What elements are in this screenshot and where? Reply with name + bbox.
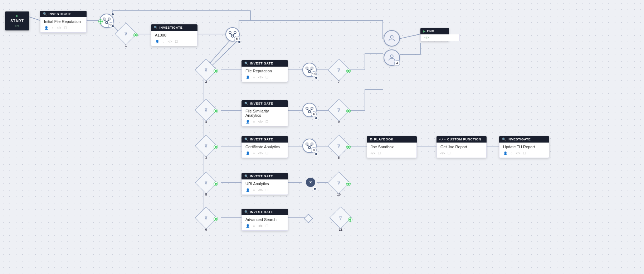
investigate-header-a1000: INVESTIGATE	[160, 26, 183, 29]
magnify-icon-cert: 🔍	[244, 138, 249, 141]
filter-1-label: 1	[125, 44, 127, 47]
magnify-icon-a1000: 🔍	[154, 26, 158, 29]
person-icon-a1000: 👤	[155, 39, 159, 44]
codi-upd: </>	[516, 151, 520, 155]
filter-icon-5: ⊽	[204, 180, 208, 186]
magnify-icon-adv: 🔍	[244, 210, 249, 214]
dot-f5-out	[214, 182, 218, 186]
magnify-icon-fsim: 🔍	[244, 102, 249, 105]
dot-f7-out	[347, 69, 350, 73]
end-label: END	[427, 29, 435, 33]
svg-point-10	[390, 35, 393, 38]
svg-point-6	[234, 32, 236, 34]
svg-point-1	[108, 18, 110, 20]
codi-cert: </>	[258, 151, 263, 155]
dot-f2-out	[214, 69, 218, 73]
svg-line-4	[107, 20, 109, 21]
magnify-icon-uri: 🔍	[244, 174, 249, 178]
di-joe: ☐	[377, 151, 381, 155]
svg-point-11	[390, 55, 393, 58]
dot-b8-out	[314, 152, 318, 156]
codi-uri: </>	[258, 188, 263, 192]
f7-num: 7	[338, 80, 340, 83]
dot-f9-out	[347, 109, 350, 113]
header-update: INVESTIGATE	[508, 138, 531, 141]
f10-num: 10	[337, 193, 341, 196]
di-uri: ☐	[265, 188, 269, 192]
person-circle-1	[384, 30, 400, 47]
clock-icon-1: ○	[50, 26, 55, 30]
initial-file-rep-label: Initial File Reputation	[44, 19, 83, 24]
svg-point-24	[308, 146, 311, 149]
ci-fsim: ○	[252, 120, 256, 124]
end-code: </>	[424, 36, 456, 39]
node-joe-sandbox: ⚙ PLAYBOOK Joe Sandbox </> ☐	[367, 136, 417, 158]
svg-point-23	[311, 143, 313, 145]
svg-point-0	[103, 18, 105, 20]
filter-diamond-5: ⊽ 5	[198, 175, 214, 191]
clock-icon-a1000: ○	[161, 39, 166, 44]
node-update-th: 🔍 INVESTIGATE Update TH Report 👤 ○ </> ☐	[499, 136, 549, 158]
ci-uri: ○	[252, 188, 256, 192]
filter-diamond-2: ⊽ 2	[198, 62, 214, 78]
dot-b10-out	[313, 187, 317, 191]
f3-num: 3	[205, 156, 207, 159]
filter-diamond-4: ⊽ 4	[198, 102, 214, 118]
filter-icon-8: ⊽	[337, 143, 341, 149]
dot-f6-out	[214, 217, 218, 221]
dot-b9-out	[314, 116, 318, 120]
dot-branch14-out-top	[111, 13, 114, 16]
pi-uri: 👤	[245, 188, 250, 192]
svg-line-16	[309, 69, 312, 71]
node-file-rep: 🔍 INVESTIGATE File Reputation 👤 ○ </> ☐	[241, 60, 288, 82]
person-icon-1: 👤	[44, 26, 48, 30]
dot-b13-out	[314, 76, 318, 80]
svg-point-7	[231, 35, 234, 37]
filter-diamond-7: ⊽ 7	[331, 62, 347, 78]
code-icon-1: </>	[57, 26, 61, 30]
f5-num: 5	[205, 193, 207, 196]
svg-line-26	[309, 145, 312, 146]
person-circle-2: 4	[384, 49, 400, 66]
codi-gj: </>	[440, 151, 445, 155]
di-adv: ☐	[265, 224, 269, 228]
codi-fsim: </>	[258, 120, 263, 124]
magnify-icon: 🔍	[43, 12, 47, 16]
f6-num: 6	[205, 228, 207, 231]
filter-2-num: 2	[205, 80, 207, 83]
dot-f11-out	[348, 218, 352, 221]
dot-branch6-out	[238, 40, 241, 44]
ci-fr: ○	[252, 75, 256, 80]
custom-func-icon: </>	[439, 138, 446, 141]
filter-icon-4: ⊽	[204, 107, 208, 113]
start-label: START	[10, 19, 24, 23]
magnify-icon-file-rep: 🔍	[244, 62, 249, 65]
f11-num: 11	[339, 228, 342, 231]
doc-icon-a1000: ☐	[174, 39, 179, 44]
person-icon-circle-1	[387, 34, 396, 43]
filter-icon-11: ⊽	[339, 215, 342, 221]
node-file-sim: 🔍 INVESTIGATE File Similarity Analytics …	[241, 100, 288, 126]
svg-line-15	[307, 69, 309, 71]
f4-num: 4	[205, 120, 207, 124]
svg-line-25	[307, 145, 309, 146]
branch-13: 13	[302, 63, 317, 77]
branch-connector-11	[302, 212, 314, 225]
filter-diamond-1: ⊽ 1	[118, 26, 134, 42]
codi-adv: </>	[258, 224, 263, 228]
header-joe: PLAYBOOK	[374, 138, 394, 141]
svg-line-8	[230, 34, 233, 35]
svg-point-5	[229, 32, 231, 34]
node-uri: 🔍 INVESTIGATE URI Analytics 👤 ○ </> ☐	[241, 173, 288, 195]
svg-line-3	[104, 20, 107, 21]
pi-upd: 👤	[503, 151, 507, 155]
node-adv-search: 🔍 INVESTIGATE Advanced Search 👤 ○ </> ☐	[241, 209, 288, 231]
end-play-icon: ▶	[423, 30, 426, 33]
branch-11-connector	[302, 212, 314, 225]
node-get-joe-report: </> CUSTOM FUNCTION Get Joe Report </> ☐	[436, 136, 487, 158]
filter-diamond-8: ⊽ 8	[331, 138, 347, 154]
header-cert: INVESTIGATE	[250, 138, 273, 141]
filter-icon-3: ⊽	[204, 143, 208, 149]
header-file-rep: INVESTIGATE	[250, 62, 273, 65]
branch-10-x: ×	[306, 178, 315, 187]
